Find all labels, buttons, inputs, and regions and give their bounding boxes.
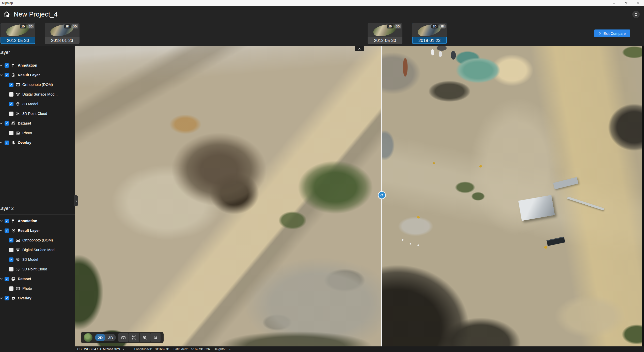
dsm-icon [16,92,20,97]
zoom-in-button[interactable] [140,333,150,342]
photo-icon [16,131,20,135]
longitude-readout: Longitude/X: 311662.31 [134,347,170,351]
chevron-down-icon[interactable] [0,141,3,145]
badge-2d[interactable]: 2D [20,24,26,28]
badge-3d[interactable]: 3D [395,24,401,28]
dataset-thumbnail-image: 2D 3D [412,23,447,37]
checkbox[interactable] [5,228,9,233]
layer-item-annotation[interactable]: Annotation [0,60,75,70]
chevron-down-icon[interactable] [0,121,3,125]
mode-3d-button[interactable]: 3D [105,334,116,341]
layer2-item-3d-model[interactable]: 3D Model [0,255,75,264]
home-icon[interactable] [3,11,10,18]
map-view-2012[interactable]: 2D 3D [75,46,381,346]
camera-button[interactable] [118,333,129,342]
badge-2d[interactable]: 2D [387,24,394,28]
close-button[interactable] [632,0,644,6]
layer-item-dataset[interactable]: Dataset [0,118,75,128]
layer2-item-annotation[interactable]: Annotation [0,216,75,226]
layer2-item-dataset[interactable]: Dataset [0,274,75,284]
layer2-item-orthophoto[interactable]: Orthophoto (DOM) [0,235,75,245]
layer2-item-dsm[interactable]: Digital Surface Mod... [0,245,75,255]
dataset-card-left-2012[interactable]: 2D 3D 2012-05-30 [1,23,35,44]
user-avatar[interactable] [632,11,640,18]
checkbox[interactable] [5,296,9,300]
latitude-value: 5169731.626 [191,347,210,351]
checkbox[interactable] [9,248,13,252]
dataset-date-label: 2018-01-23 [412,37,447,44]
layer-item-3d-model[interactable]: 3D Model [0,99,75,109]
layer-item-point-cloud[interactable]: 3D Point Cloud [0,109,75,118]
left-right-arrows-icon [380,193,384,197]
dataset-icon [11,277,15,281]
layer2-item-point-cloud[interactable]: 3D Point Cloud [0,264,75,274]
checkbox[interactable] [5,63,9,68]
layer-item-photo[interactable]: Photo [0,128,75,138]
checkbox[interactable] [9,131,13,135]
flag-icon [11,63,15,68]
dataset-thumbnail-image: 2D 3D [45,23,80,37]
right-scrollbar[interactable] [642,46,644,346]
conveyor-structure [567,196,604,210]
chevron-down-icon[interactable] [0,219,3,223]
compare-divider-handle[interactable] [378,191,386,199]
chevron-up-icon [358,47,361,50]
checkbox[interactable] [5,219,9,223]
chevron-down-icon[interactable] [0,296,3,300]
checkbox[interactable] [9,257,13,262]
checkbox[interactable] [9,238,13,242]
layer-item-orthophoto[interactable]: Orthophoto (DOM) [0,80,75,89]
layer-item-label: Result Layer [18,73,40,77]
chevron-down-icon[interactable] [0,64,3,67]
map-view-2018[interactable] [382,46,642,346]
layer2-item-photo[interactable]: Photo [0,284,75,293]
layer2-item-overlay[interactable]: Overlay [0,293,75,303]
page-title: New Project_4 [14,10,58,18]
badge-3d[interactable]: 3D [439,24,446,28]
longitude-value: 311662.31 [155,347,170,351]
checkbox[interactable] [9,102,13,106]
app-header: New Project_4 [0,6,644,22]
basemap-thumbnail[interactable] [84,333,92,342]
layer-item-dsm[interactable]: Digital Surface Mod... [0,89,75,99]
checkbox[interactable] [5,141,9,145]
layer-item-overlay[interactable]: Overlay [0,138,75,147]
layer-item-label: Photo [22,286,32,290]
chevron-down-icon[interactable] [0,229,3,233]
checkbox[interactable] [9,112,13,116]
checkbox[interactable] [9,83,13,87]
dataset-card-left-2018[interactable]: 2D 3D 2018-01-23 [45,23,80,44]
mode-2d-button[interactable]: 2D [95,334,105,341]
fit-extent-button[interactable] [129,333,139,342]
layer-item-label: 3D Model [22,257,38,262]
chevron-down-icon[interactable] [0,73,3,77]
dataset-card-right-2012[interactable]: 2D 3D 2012-05-30 [368,23,402,44]
crs-selector[interactable]: CS: WGS 84 / UTM zone 32N [77,347,125,351]
badge-2d[interactable]: 2D [431,24,438,28]
overlay-icon [11,296,15,300]
restore-button[interactable] [620,0,632,6]
badge-3d[interactable]: 3D [72,24,78,28]
chevron-down-icon[interactable] [0,277,3,281]
layer2-item-result-layer[interactable]: Result Layer [0,226,75,235]
checkbox[interactable] [9,286,13,291]
dataset-card-right-2018[interactable]: 2D 3D 2018-01-23 [412,23,447,44]
badge-2d[interactable]: 2D [64,24,71,28]
checkbox[interactable] [5,277,9,281]
layer-item-result-layer[interactable]: Result Layer [0,70,75,80]
thumbnail-bar-collapse-tab[interactable] [355,46,364,51]
checkbox[interactable] [5,121,9,126]
minimize-button[interactable] [608,0,620,6]
3d-model-icon [16,102,20,106]
checkbox[interactable] [9,267,13,271]
dataset-date-label: 2012-05-30 [1,37,35,44]
checkbox[interactable] [9,92,13,97]
orthophoto-icon [16,238,20,242]
badge-3d[interactable]: 3D [27,24,34,28]
sidebar-collapse-handle[interactable] [74,195,78,206]
checkbox[interactable] [5,73,9,77]
zoom-out-button[interactable] [150,333,161,342]
overlay-icon [11,141,15,145]
user-icon [634,12,638,16]
exit-compare-button[interactable]: Exit Compare [594,29,630,37]
